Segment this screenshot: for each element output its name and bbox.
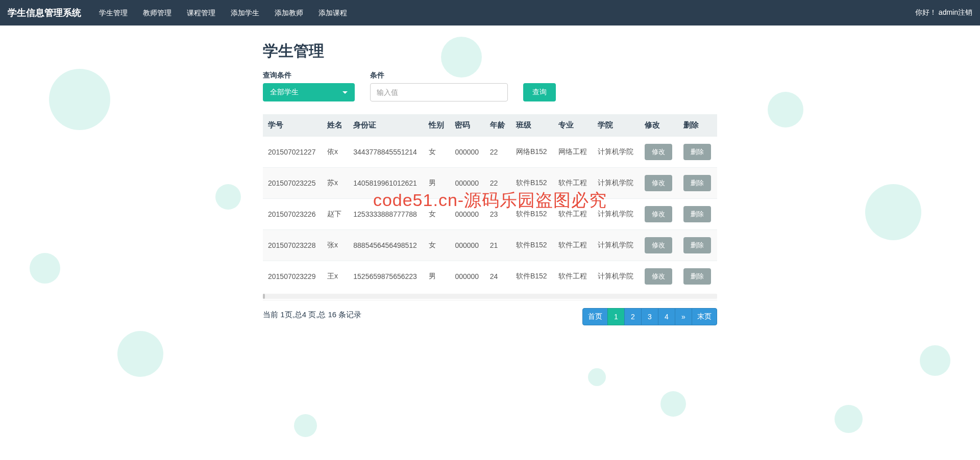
- table-cell: 苏x: [322, 168, 348, 199]
- table-cell: 计算机学院: [593, 168, 640, 199]
- table-cell: 女: [424, 230, 450, 261]
- th-edit: 修改: [640, 114, 678, 137]
- th-pwd: 密码: [450, 114, 484, 137]
- table-cell: 王x: [322, 261, 348, 292]
- nav-item-student-manage[interactable]: 学生管理: [91, 0, 135, 25]
- th-class: 班级: [511, 114, 553, 137]
- table-cell: 计算机学院: [593, 230, 640, 261]
- query-value-input[interactable]: [370, 83, 508, 101]
- page-title: 学生管理: [263, 41, 717, 62]
- table-cell: 张x: [322, 230, 348, 261]
- table-cell: 201507023226: [263, 199, 322, 230]
- page-next[interactable]: »: [675, 308, 692, 325]
- greeting-text: 你好！: [915, 8, 937, 16]
- username-text: admin: [939, 8, 958, 16]
- page-1[interactable]: 1: [607, 308, 625, 325]
- th-gender: 性别: [424, 114, 450, 137]
- condition-select[interactable]: 全部学生: [263, 83, 355, 101]
- th-major: 专业: [553, 114, 593, 137]
- table-cell: 软件B152: [511, 199, 553, 230]
- nav-item-add-teacher[interactable]: 添加教师: [267, 0, 311, 25]
- table-cell: 计算机学院: [593, 261, 640, 292]
- pagination-info: 当前 1页,总4 页,总 16 条记录: [263, 308, 361, 320]
- nav-menu: 学生管理 教师管理 课程管理 添加学生 添加教师 添加课程: [91, 0, 915, 25]
- edit-button[interactable]: 修改: [645, 237, 672, 253]
- table-cell: 计算机学院: [593, 199, 640, 230]
- edit-button[interactable]: 修改: [645, 144, 672, 160]
- table-cell: 软件工程: [553, 261, 593, 292]
- table-cell: 8885456456498512: [348, 230, 424, 261]
- chevron-down-icon: [342, 91, 348, 94]
- pagination: 首页1234»末页: [583, 308, 717, 325]
- th-college: 学院: [593, 114, 640, 137]
- table-cell: 软件B152: [511, 168, 553, 199]
- table-cell: 网络工程: [553, 137, 593, 168]
- table-cell: 22: [485, 168, 511, 199]
- table-cell: 201507023229: [263, 261, 322, 292]
- edit-button[interactable]: 修改: [645, 206, 672, 222]
- students-table: 学号 姓名 身份证 性别 密码 年龄 班级 专业 学院 修改 删除 201507…: [263, 114, 717, 292]
- table-cell: 21: [485, 230, 511, 261]
- edit-button[interactable]: 修改: [645, 175, 672, 191]
- page-4[interactable]: 4: [658, 308, 675, 325]
- edit-button[interactable]: 修改: [645, 268, 672, 285]
- table-cell: 女: [424, 199, 450, 230]
- th-name: 姓名: [322, 114, 348, 137]
- app-brand[interactable]: 学生信息管理系统: [8, 7, 81, 19]
- table-cell: 赵下: [322, 199, 348, 230]
- pagination-row: 当前 1页,总4 页,总 16 条记录 首页1234»末页: [263, 308, 717, 325]
- table-header-row: 学号 姓名 身份证 性别 密码 年龄 班级 专业 学院 修改 删除: [263, 114, 717, 137]
- table-cell: 201507023225: [263, 168, 322, 199]
- th-delete: 删除: [678, 114, 717, 137]
- nav-item-teacher-manage[interactable]: 教师管理: [135, 0, 179, 25]
- navbar-user-area: 你好！ admin注销: [915, 8, 972, 17]
- table-cell: 软件工程: [553, 168, 593, 199]
- table-cell: 软件B152: [511, 261, 553, 292]
- nav-item-course-manage[interactable]: 课程管理: [179, 0, 223, 25]
- delete-button[interactable]: 删除: [683, 268, 711, 285]
- th-age: 年龄: [485, 114, 511, 137]
- page-3[interactable]: 3: [641, 308, 658, 325]
- top-navbar: 学生信息管理系统 学生管理 教师管理 课程管理 添加学生 添加教师 添加课程 你…: [0, 0, 980, 25]
- table-cell: 软件工程: [553, 199, 593, 230]
- table-cell: 201507021227: [263, 137, 322, 168]
- table-cell: 000000: [450, 168, 484, 199]
- table-row: 201507023228张x8885456456498512女00000021软…: [263, 230, 717, 261]
- condition-select-value: 全部学生: [270, 88, 299, 97]
- table-cell: 男: [424, 168, 450, 199]
- delete-button[interactable]: 删除: [683, 175, 711, 191]
- table-cell: 软件工程: [553, 230, 593, 261]
- table-cell: 000000: [450, 230, 484, 261]
- table-cell: 23: [485, 199, 511, 230]
- query-condition-group: 查询条件 全部学生: [263, 71, 355, 101]
- page-first[interactable]: 首页: [582, 308, 608, 325]
- table-cell: 1253333888777788: [348, 199, 424, 230]
- table-cell: 1525659875656223: [348, 261, 424, 292]
- nav-item-add-student[interactable]: 添加学生: [223, 0, 267, 25]
- table-cell: 201507023228: [263, 230, 322, 261]
- nav-item-add-course[interactable]: 添加课程: [311, 0, 355, 25]
- table-cell: 24: [485, 261, 511, 292]
- table-row: 201507023226赵下1253333888777788女00000023软…: [263, 199, 717, 230]
- table-cell: 软件B152: [511, 230, 553, 261]
- query-condition-label: 查询条件: [263, 71, 355, 80]
- table-row: 201507023225苏x1405819961012621男00000022软…: [263, 168, 717, 199]
- table-cell: 000000: [450, 199, 484, 230]
- table-wrap: 学号 姓名 身份证 性别 密码 年龄 班级 专业 学院 修改 删除 201507…: [263, 114, 717, 300]
- table-cell: 计算机学院: [593, 137, 640, 168]
- query-submit-group: . 查询: [523, 72, 556, 101]
- th-id: 学号: [263, 114, 322, 137]
- table-cell: 女: [424, 137, 450, 168]
- delete-button[interactable]: 删除: [683, 144, 711, 160]
- table-cell: 000000: [450, 261, 484, 292]
- page-last[interactable]: 末页: [692, 308, 717, 325]
- table-row: 201507023229王x1525659875656223男00000024软…: [263, 261, 717, 292]
- th-idcard: 身份证: [348, 114, 424, 137]
- horizontal-scrollbar[interactable]: [263, 294, 717, 299]
- logout-link[interactable]: 注销: [958, 8, 972, 16]
- delete-button[interactable]: 删除: [683, 206, 711, 222]
- page-2[interactable]: 2: [624, 308, 642, 325]
- query-value-group: 条件: [370, 71, 508, 101]
- delete-button[interactable]: 删除: [683, 237, 711, 253]
- query-button[interactable]: 查询: [523, 83, 556, 101]
